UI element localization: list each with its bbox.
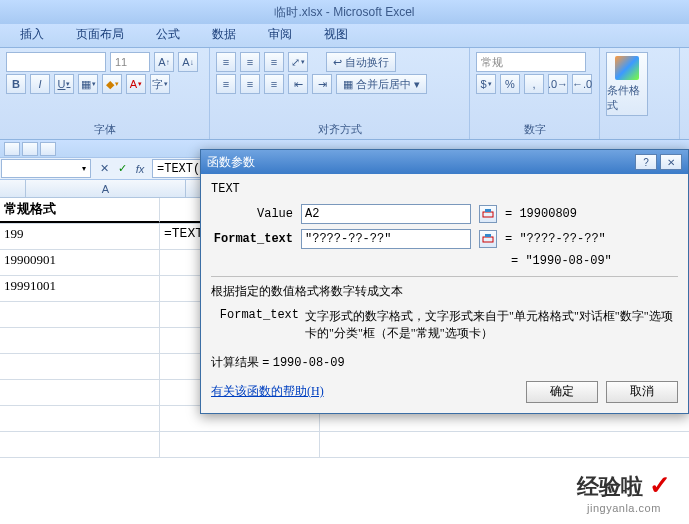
dialog-body: TEXT Value = 19900809 Format_text = "???… [201,174,688,413]
tab-layout[interactable]: 页面布局 [60,22,140,47]
cell-a9[interactable] [0,406,160,431]
formula-enter-button[interactable]: ✓ [114,161,130,177]
font-color-button[interactable]: A▾ [126,74,146,94]
tab-data[interactable]: 数据 [196,22,252,47]
column-header-a[interactable]: A [26,180,186,197]
dialog-titlebar[interactable]: 函数参数 ? ✕ [201,150,688,174]
insert-function-button[interactable]: fx [132,161,148,177]
cell-a10[interactable] [0,432,160,457]
merge-icon: ▦ [343,78,353,91]
decrease-decimal-button[interactable]: ←.0 [572,74,592,94]
ribbon-tabs: 插入 页面布局 公式 数据 审阅 视图 [0,24,689,48]
orientation-button[interactable]: ⤢▾ [288,52,308,72]
phonetic-button[interactable]: 字▾ [150,74,170,94]
arg1-input[interactable] [301,204,471,224]
formula-result-preview: = "1990-08-09" [511,254,678,268]
svg-rect-1 [485,209,491,212]
cell-a2[interactable]: 199 [0,224,160,249]
formula-cancel-button[interactable]: ✕ [96,161,112,177]
arg1-label: Value [211,207,293,221]
font-grow-button[interactable]: A↑ [154,52,174,72]
qat-btn2[interactable] [22,142,38,156]
conditional-format-icon [615,56,639,80]
wrap-text-button[interactable]: ↩自动换行 [326,52,396,72]
svg-rect-0 [483,212,493,217]
tab-formula[interactable]: 公式 [140,22,196,47]
qat-btn3[interactable] [40,142,56,156]
group-font: 11 A↑ A↓ B I U▾ ▦▾ ◆▾ A▾ 字▾ 字体 [0,48,210,139]
check-icon: ✓ [649,470,671,500]
name-box[interactable]: ▾ [1,159,91,178]
currency-button[interactable]: $▾ [476,74,496,94]
tab-insert[interactable]: 插入 [4,22,60,47]
font-size-combo[interactable]: 11 [110,52,150,72]
align-right-button[interactable]: ≡ [264,74,284,94]
arg1-result: = 19900809 [505,207,577,221]
ribbon: 11 A↑ A↓ B I U▾ ▦▾ ◆▾ A▾ 字▾ 字体 ≡ ≡ ≡ ⤢▾ [0,48,689,140]
align-center-button[interactable]: ≡ [240,74,260,94]
function-arguments-dialog: 函数参数 ? ✕ TEXT Value = 19900809 Format_te… [200,149,689,414]
cell-a3[interactable]: 19900901 [0,250,160,275]
dialog-close-button[interactable]: ✕ [660,154,682,170]
group-align: ≡ ≡ ≡ ⤢▾ ↩自动换行 ≡ ≡ ≡ ⇤ ⇥ ▦合并后居中▾ 对齐方式 [210,48,470,139]
select-all-corner[interactable] [0,180,26,197]
group-font-label: 字体 [6,120,203,137]
indent-increase-button[interactable]: ⇥ [312,74,332,94]
qat-btn1[interactable] [4,142,20,156]
arg1-ref-button[interactable] [479,205,497,223]
percent-button[interactable]: % [500,74,520,94]
font-shrink-button[interactable]: A↓ [178,52,198,72]
align-middle-button[interactable]: ≡ [240,52,260,72]
function-help-link[interactable]: 有关该函数的帮助(H) [211,383,324,400]
window-titlebar: 临时.xlsx - Microsoft Excel [0,0,689,24]
cancel-button[interactable]: 取消 [606,381,678,403]
calc-result: 计算结果 = 1990-08-09 [211,354,678,371]
cell-a6[interactable] [0,328,160,353]
italic-button[interactable]: I [30,74,50,94]
cell-a1[interactable]: 常规格式 [0,198,160,223]
underline-button[interactable]: U▾ [54,74,74,94]
cell-b10[interactable] [160,432,320,457]
ok-button[interactable]: 确定 [526,381,598,403]
number-format-combo[interactable]: 常规 [476,52,586,72]
cell-a5[interactable] [0,302,160,327]
conditional-format-button[interactable]: 条件格式 [606,52,648,116]
arg2-result: = "????-??-??" [505,232,606,246]
tab-review[interactable]: 审阅 [252,22,308,47]
indent-decrease-button[interactable]: ⇤ [288,74,308,94]
dialog-title: 函数参数 [207,154,632,171]
param-name: Format_text [211,308,299,342]
tab-view[interactable]: 视图 [308,22,364,47]
increase-decimal-button[interactable]: .0→ [548,74,568,94]
group-number: 常规 $▾ % , .0→ ←.0 数字 [470,48,600,139]
param-description: 文字形式的数字格式，文字形式来自于"单元格格式"对话框"数字"选项卡的"分类"框… [305,308,678,342]
merge-center-button[interactable]: ▦合并后居中▾ [336,74,427,94]
comma-button[interactable]: , [524,74,544,94]
svg-rect-3 [485,234,491,237]
group-align-label: 对齐方式 [216,120,463,137]
cell-a4[interactable]: 19991001 [0,276,160,301]
watermark: 经验啦 ✓ jingyanla.com [577,470,671,514]
arg2-input[interactable] [301,229,471,249]
border-button[interactable]: ▦▾ [78,74,98,94]
arg2-ref-button[interactable] [479,230,497,248]
collapse-dialog-icon [482,208,494,220]
cell-a8[interactable] [0,380,160,405]
bold-button[interactable]: B [6,74,26,94]
wrap-icon: ↩ [333,56,342,69]
align-left-button[interactable]: ≡ [216,74,236,94]
dialog-help-button[interactable]: ? [635,154,657,170]
window-title: 临时.xlsx - Microsoft Excel [274,4,414,21]
align-top-button[interactable]: ≡ [216,52,236,72]
name-box-dropdown-icon: ▾ [82,164,86,173]
align-bottom-button[interactable]: ≡ [264,52,284,72]
collapse-dialog-icon [482,233,494,245]
function-name: TEXT [211,182,678,196]
group-styles: 条件格式 [600,48,680,139]
divider [211,276,678,277]
fill-color-button[interactable]: ◆▾ [102,74,122,94]
font-name-combo[interactable] [6,52,106,72]
group-number-label: 数字 [476,120,593,137]
svg-rect-2 [483,237,493,242]
cell-a7[interactable] [0,354,160,379]
